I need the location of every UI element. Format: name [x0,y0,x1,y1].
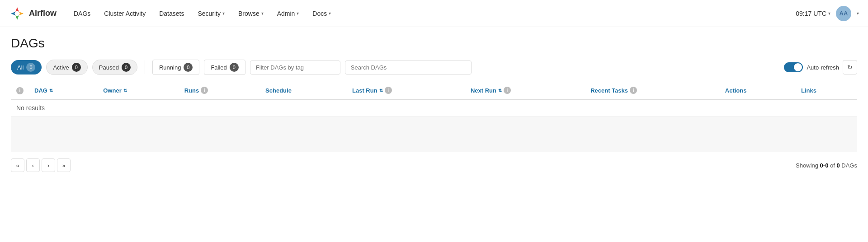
refresh-icon: ↻ [847,64,853,71]
filter-separator [145,60,145,74]
all-filter-button[interactable]: All 0 [11,60,42,74]
th-info-left: i [11,82,29,99]
th-next-run[interactable]: Next Run ⇅ i [465,82,585,99]
page-content: DAGs All 0 Active 0 Paused 0 Running 0 F… [0,27,868,183]
th-runs: Runs i [179,82,260,99]
svg-marker-1 [19,12,24,15]
toggle-knob [794,63,802,71]
th-owner[interactable]: Owner ⇅ [98,82,179,99]
nav-item-cluster-activity[interactable]: Cluster Activity [98,6,152,21]
refresh-button[interactable]: ↻ [843,60,857,74]
running-filter-button[interactable]: Running 0 [152,60,199,75]
table-info-icon[interactable]: i [16,87,24,94]
page-title: DAGs [11,36,857,51]
next-run-info-icon[interactable]: i [504,87,511,94]
active-filter-button[interactable]: Active 0 [46,60,87,75]
nav-item-browse[interactable]: Browse ▾ [232,6,270,21]
auto-refresh-toggle[interactable] [784,62,803,72]
admin-dropdown-icon: ▾ [297,11,299,16]
time-display[interactable]: 09:17 UTC ▾ [796,10,830,17]
browse-dropdown-icon: ▾ [261,11,264,16]
svg-marker-0 [15,7,19,12]
runs-info-icon[interactable]: i [201,87,208,94]
nav-right: 09:17 UTC ▾ AA ▾ [796,6,859,21]
search-dags-input[interactable] [345,60,472,74]
showing-text: Showing 0-0 of 0 DAGs [796,162,857,169]
last-run-info-icon[interactable]: i [385,87,392,94]
last-run-sort-icon: ⇅ [379,88,383,93]
page-buttons: « ‹ › » [11,158,71,172]
nav-item-datasets[interactable]: Datasets [153,6,190,21]
prev-page-button[interactable]: ‹ [26,158,40,172]
tag-filter-input[interactable] [250,60,340,74]
brand-logo[interactable]: Airflow [9,5,57,22]
avatar-dropdown-icon[interactable]: ▾ [857,11,859,16]
th-recent-tasks: Recent Tasks i [585,82,720,99]
auto-refresh-area: Auto-refresh ↻ [784,60,857,74]
next-run-sort-icon: ⇅ [498,88,502,93]
nav-item-docs[interactable]: Docs ▾ [306,6,337,21]
th-last-run[interactable]: Last Run ⇅ i [347,82,465,99]
navbar: Airflow DAGs Cluster Activity Datasets S… [0,0,868,27]
nav-menu: DAGs Cluster Activity Datasets Security … [67,6,796,21]
no-results-row: No results [11,99,857,116]
dag-sort-icon: ⇅ [49,88,53,93]
svg-marker-3 [11,12,15,15]
recent-tasks-info-icon[interactable]: i [630,87,637,94]
th-actions: Actions [720,82,796,99]
th-dag[interactable]: DAG ⇅ [29,82,98,99]
nav-item-security[interactable]: Security ▾ [191,6,231,21]
failed-filter-button[interactable]: Failed 0 [204,60,245,75]
table-header-row: i DAG ⇅ Owner ⇅ Runs [11,82,857,99]
security-dropdown-icon: ▾ [222,11,225,16]
last-page-button[interactable]: » [57,158,71,172]
airflow-logo-icon [9,5,25,22]
next-page-button[interactable]: › [42,158,55,172]
brand-name: Airflow [29,9,57,18]
paused-filter-button[interactable]: Paused 0 [92,60,137,75]
owner-sort-icon: ⇅ [123,88,127,93]
svg-point-4 [15,12,19,15]
svg-marker-2 [15,15,19,20]
first-page-button[interactable]: « [11,158,24,172]
nav-item-dags[interactable]: DAGs [67,6,97,21]
pagination-row: « ‹ › » Showing 0-0 of 0 DAGs [11,152,857,174]
docs-dropdown-icon: ▾ [329,11,331,16]
time-dropdown-icon: ▾ [828,11,830,16]
dags-table: i DAG ⇅ Owner ⇅ Runs [11,82,857,152]
nav-item-admin[interactable]: Admin ▾ [271,6,306,21]
table-body: No results [11,99,857,153]
empty-area-row [11,116,857,152]
user-avatar[interactable]: AA [836,6,851,21]
th-schedule: Schedule [260,82,347,99]
th-links: Links [796,82,857,99]
filter-row: All 0 Active 0 Paused 0 Running 0 Failed… [11,60,857,75]
